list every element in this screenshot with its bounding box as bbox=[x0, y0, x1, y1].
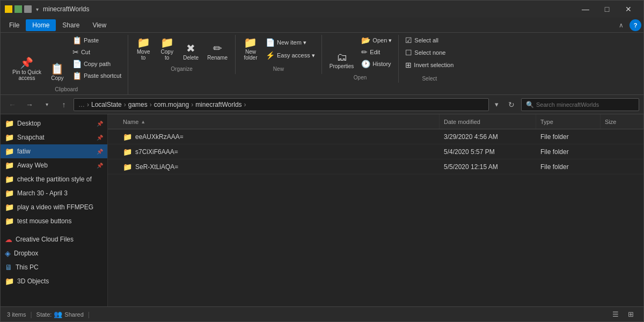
copy-path-button[interactable]: 📄 Copy path bbox=[70, 58, 123, 69]
select-items: ☑ Select all ☐ Select none ⊞ Invert sele… bbox=[403, 35, 456, 75]
path-localstate: LocalState bbox=[91, 101, 122, 108]
sidebar-label-3d: 3D Objects bbox=[17, 277, 103, 285]
sidebar-item-partition[interactable]: 📁 check the partition style of bbox=[1, 172, 107, 186]
search-input[interactable] bbox=[536, 101, 634, 108]
paste-icon: 📋 bbox=[72, 36, 82, 45]
file-date-3: 5/5/2020 12:15 AM bbox=[440, 163, 536, 171]
sidebar-item-this-pc[interactable]: 🖥 This PC bbox=[1, 260, 107, 274]
search-box: 🔍 bbox=[521, 98, 639, 111]
folder-icon: 📁 bbox=[123, 133, 132, 141]
file-area: Name ▲ Date modified Type Size � bbox=[108, 114, 643, 306]
col-header-size[interactable]: Size bbox=[601, 114, 643, 129]
open-button[interactable]: 📂 Open ▾ bbox=[359, 35, 394, 46]
details-view-button[interactable]: ☰ bbox=[609, 309, 622, 320]
properties-button[interactable]: 🗂 Properties bbox=[326, 49, 357, 71]
ribbon-content: 📌 Pin to Quick access 📋 Copy 📋 Paste bbox=[5, 35, 639, 94]
history-button[interactable]: 🕐 History bbox=[359, 58, 394, 69]
easy-access-button[interactable]: ⚡ Easy access ▾ bbox=[264, 50, 317, 61]
delete-button[interactable]: ✖ Delete bbox=[180, 41, 202, 63]
organize-label: Organize bbox=[171, 65, 193, 74]
help-button[interactable]: ? bbox=[630, 19, 641, 31]
move-icon: 📁 bbox=[137, 37, 150, 48]
file-row-2[interactable]: 📁 s7CiXiF6AAA= 5/4/2020 5:57 PM File fol… bbox=[108, 144, 643, 159]
sidebar-item-ffmpeg[interactable]: 📁 play a video with FFMPEG bbox=[1, 200, 107, 214]
paste-shortcut-button[interactable]: 📋 Paste shortcut bbox=[70, 70, 123, 81]
close-button[interactable]: ✕ bbox=[618, 1, 639, 18]
cut-button[interactable]: ✂ Cut bbox=[70, 47, 123, 57]
refresh-button[interactable]: ↻ bbox=[504, 97, 519, 112]
sidebar-item-desktop[interactable]: 📁 Desktop 📌 bbox=[1, 116, 107, 130]
sidebar-label-creative: Creative Cloud Files bbox=[16, 236, 103, 243]
up-button[interactable]: ↑ bbox=[56, 97, 71, 112]
sidebar-item-away-web[interactable]: 📁 Away Web 📌 bbox=[1, 158, 107, 172]
main-area: 📁 Desktop 📌 📁 Snapchat 📌 📁 fatiw 📌 📁 Awa… bbox=[1, 114, 643, 306]
check-icon bbox=[14, 5, 22, 13]
recent-button[interactable]: ▾ bbox=[39, 97, 54, 112]
file-row-1[interactable]: 📁 eeAUXkRzAAA= 3/29/2020 4:56 AM File fo… bbox=[108, 129, 643, 144]
properties-label: Properties bbox=[330, 63, 354, 69]
cut-icon: ✂ bbox=[72, 48, 79, 56]
move-to-button[interactable]: 📁 Move to bbox=[133, 35, 154, 63]
maximize-button[interactable]: □ bbox=[596, 1, 618, 18]
rename-button[interactable]: ✏ Rename bbox=[204, 41, 231, 63]
sidebar-item-dropbox[interactable]: ◈ Dropbox bbox=[1, 246, 107, 260]
menu-bar: File Home Share View ∧ ? bbox=[1, 18, 643, 33]
paste-shortcut-icon: 📋 bbox=[72, 71, 82, 80]
organize-items: 📁 Move to 📁 Copy to ✖ Delete ✏ Rename bbox=[133, 35, 231, 65]
shared-label: Shared bbox=[64, 311, 83, 318]
path-dropdown-button[interactable]: ▾ bbox=[491, 98, 502, 111]
sidebar-label-ffmpeg: play a video with FFMPEG bbox=[17, 203, 103, 211]
status-right: ☰ ⊞ bbox=[609, 309, 637, 320]
new-folder-button[interactable]: 📁 New folder bbox=[240, 35, 261, 63]
sidebar-item-march[interactable]: 📁 March 30 - April 3 bbox=[1, 186, 107, 200]
pin-quick-access-button[interactable]: 📌 Pin to Quick access bbox=[9, 55, 45, 83]
history-icon: 🕐 bbox=[361, 60, 370, 68]
open-label: Open ▾ bbox=[372, 37, 392, 44]
large-icons-button[interactable]: ⊞ bbox=[624, 309, 637, 320]
back-button[interactable]: ← bbox=[5, 97, 20, 112]
col-header-type[interactable]: Type bbox=[536, 114, 601, 129]
minimize-button[interactable]: — bbox=[575, 1, 596, 18]
sidebar-item-fatiw[interactable]: 📁 fatiw 📌 bbox=[1, 144, 107, 158]
select-none-button[interactable]: ☐ Select none bbox=[403, 47, 456, 58]
menu-bar-right: ∧ ? bbox=[614, 19, 641, 32]
ribbon-new-group: 📁 New folder 📄 New item ▾ ⚡ Easy access … bbox=[236, 35, 322, 74]
file-name-1: eeAUXkRzAAA= bbox=[135, 133, 184, 141]
menu-home[interactable]: Home bbox=[26, 19, 56, 31]
edit-button[interactable]: ✏ Edit bbox=[359, 47, 394, 57]
sidebar-item-snapchat[interactable]: 📁 Snapchat 📌 bbox=[1, 130, 107, 144]
address-path[interactable]: … › LocalState › games › com.mojang › mi… bbox=[74, 98, 489, 111]
invert-selection-button[interactable]: ⊞ Invert selection bbox=[403, 60, 456, 70]
col-type-label: Type bbox=[540, 119, 553, 125]
clipboard-label: Clipboard bbox=[55, 85, 78, 94]
ribbon-select-group: ☑ Select all ☐ Select none ⊞ Invert sele… bbox=[399, 35, 460, 84]
pin-icon: 📌 bbox=[20, 57, 33, 68]
file-name-2: s7CiXiF6AAA= bbox=[135, 148, 178, 156]
copy-to-button[interactable]: 📁 Copy to bbox=[156, 35, 178, 63]
menu-view[interactable]: View bbox=[86, 19, 113, 31]
copy-button[interactable]: 📋 Copy bbox=[47, 61, 68, 83]
invert-icon: ⊞ bbox=[405, 61, 412, 69]
sidebar-item-3d-objects[interactable]: 📁 3D Objects bbox=[1, 274, 107, 288]
col-header-name[interactable]: Name ▲ bbox=[119, 114, 440, 129]
folder-icon: 📁 bbox=[5, 175, 14, 184]
paste-button[interactable]: 📋 Paste bbox=[70, 35, 123, 46]
easy-access-icon: ⚡ bbox=[266, 51, 275, 60]
select-all-label: Select all bbox=[414, 37, 438, 43]
folder-icon: 📁 bbox=[5, 277, 14, 286]
folder-icon: 📁 bbox=[5, 217, 14, 225]
select-all-button[interactable]: ☑ Select all bbox=[403, 35, 456, 46]
explorer-window: ▾ minecraftWorlds — □ ✕ File Home Share … bbox=[0, 0, 644, 322]
menu-share[interactable]: Share bbox=[56, 19, 86, 31]
forward-button[interactable]: → bbox=[22, 97, 37, 112]
ribbon-collapse-button[interactable]: ∧ bbox=[614, 19, 627, 32]
menu-file[interactable]: File bbox=[3, 19, 26, 31]
sidebar-item-mouse[interactable]: 📁 test mouse buttons bbox=[1, 214, 107, 228]
new-item-button[interactable]: 📄 New item ▾ bbox=[264, 37, 317, 48]
pin-indicator: 📌 bbox=[97, 121, 103, 127]
folder-icon: 📁 bbox=[123, 163, 132, 171]
sidebar-item-creative-cloud[interactable]: ☁ Creative Cloud Files bbox=[1, 232, 107, 246]
file-row-3[interactable]: 📁 SeR-XtLiAQA= 5/5/2020 12:15 AM File fo… bbox=[108, 159, 643, 174]
col-header-date[interactable]: Date modified bbox=[440, 114, 536, 129]
ribbon-clipboard-group: 📌 Pin to Quick access 📋 Copy 📋 Paste bbox=[5, 35, 128, 94]
